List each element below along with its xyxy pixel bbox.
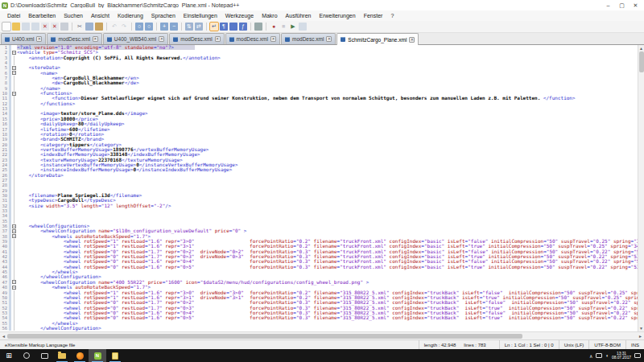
editor-area[interactable]: 1<?xml version="1.0" encoding="utf-8" st… — [0, 45, 644, 331]
close-button[interactable]: ✕ — [629, 1, 642, 10]
scroll-down-icon[interactable]: ▼ — [639, 325, 643, 331]
action-center-icon[interactable] — [634, 353, 641, 358]
menu-ansicht[interactable]: Ansicht — [87, 13, 114, 19]
document-map-icon[interactable] — [229, 23, 237, 31]
show-all-characters-icon[interactable]: ¶ — [220, 23, 228, 31]
code-text[interactable]: <wheel rotSpeed="0" restLoad="1.6" repr=… — [17, 315, 638, 320]
code-text[interactable]: <size width="3.5" length="12" lengthOffs… — [17, 204, 171, 208]
code-text[interactable]: <function>Dieser Sattelauflieger eignet … — [17, 96, 576, 101]
replace-icon[interactable]: ○ — [145, 23, 153, 31]
fold-collapse-icon[interactable]: − — [12, 229, 16, 233]
print-icon[interactable] — [60, 23, 68, 31]
tab-moddesc-xml[interactable]: modDesc.xml✕ — [281, 33, 336, 44]
code-text[interactable]: </functions> — [17, 101, 75, 106]
tab-close-icon[interactable]: ✕ — [215, 36, 221, 42]
find-icon[interactable]: ○ — [135, 23, 143, 31]
zoom-out-icon[interactable]: − — [170, 23, 178, 31]
vertical-scrollbar[interactable]: ▲ ▼ — [638, 45, 644, 331]
new-file-icon[interactable] — [2, 23, 10, 31]
menu-datei[interactable]: Datei — [3, 13, 24, 19]
tab-moddesc-xml[interactable]: modDesc.xml✕ — [47, 33, 101, 44]
fold-collapse-icon[interactable]: − — [12, 224, 16, 228]
tab-schmitzcargo-plane-xml[interactable]: SchmitzCargo_Plane.xml✕ — [336, 33, 419, 45]
menu-ausf-hren[interactable]: Ausführen — [282, 13, 316, 19]
tab-close-icon[interactable]: ✕ — [270, 36, 276, 42]
tab-moddesc-xml[interactable]: modDesc.xml✕ — [225, 33, 280, 44]
tab-moddesc-xml[interactable]: modDesc.xml✕ — [169, 33, 224, 44]
scroll-right-icon[interactable]: ► — [637, 334, 644, 339]
menu-erweiterungen[interactable]: Erweiterungen — [316, 13, 360, 19]
zoom-in-icon[interactable]: + — [160, 23, 168, 31]
status-encoding[interactable]: UTF-8-BOM — [588, 340, 625, 349]
document-app-button[interactable] — [106, 349, 124, 362]
display-tray-icon[interactable] — [596, 353, 602, 358]
editor-line[interactable]: 54 <wheel rotSpeed="0" restLoad="1.6" re… — [0, 315, 638, 320]
taskbar-clock[interactable]: 13:31 08.07.2017 — [612, 352, 631, 360]
tab-close-icon[interactable]: ✕ — [159, 36, 164, 42]
tab-close-icon[interactable]: ✕ — [36, 36, 42, 42]
vertical-scroll-thumb[interactable] — [639, 51, 644, 72]
open-file-icon[interactable] — [12, 23, 20, 31]
menu-suchen[interactable]: Suchen — [60, 13, 87, 19]
volume-icon[interactable]: ◖ — [605, 353, 609, 358]
fold-collapse-icon[interactable]: − — [12, 71, 16, 75]
macro-stop-icon[interactable]: ■ — [279, 23, 287, 31]
horizontal-scroll-thumb[interactable] — [7, 334, 522, 339]
file-explorer-button[interactable] — [53, 349, 71, 362]
editor-line[interactable]: 44 <wheel rotSpeed="0" restLoad="1.6" re… — [0, 265, 638, 269]
firefox-button[interactable] — [71, 349, 89, 362]
start-button[interactable]: ⊞ — [0, 349, 18, 362]
menu-einstellungen[interactable]: Einstellungen — [180, 13, 221, 19]
tab-u400-xml[interactable]: U400.xml✕ — [1, 33, 46, 44]
task-view-button[interactable] — [35, 349, 53, 362]
menu-fenster[interactable]: Fenster — [360, 13, 387, 19]
function-list-icon[interactable]: ƒ — [239, 23, 247, 31]
sync-horizontal-icon[interactable]: ⇄ — [195, 23, 203, 31]
redo-icon[interactable]: ↷ — [120, 23, 128, 31]
notepad-plus-plus-taskbar-button[interactable]: N — [89, 349, 106, 362]
fold-collapse-icon[interactable]: − — [12, 234, 16, 238]
menu-werkzeuge[interactable]: Werkzeuge — [221, 13, 258, 19]
code-text[interactable]: </storeData> — [17, 173, 64, 178]
horizontal-scrollbar[interactable]: ◄ ► — [0, 331, 644, 339]
save-file-icon[interactable] — [22, 23, 30, 31]
word-wrap-icon[interactable]: ↵ — [210, 23, 218, 31]
macro-save-icon[interactable] — [299, 23, 307, 31]
code-text[interactable]: </wheelConfiguration> — [17, 326, 101, 331]
menu-bearbeiten[interactable]: Bearbeiten — [24, 13, 60, 19]
fold-collapse-icon[interactable]: − — [12, 51, 16, 55]
save-all-icon[interactable] — [31, 23, 39, 31]
cortana-search-button[interactable] — [18, 349, 35, 362]
maximize-button[interactable]: ▢ — [615, 1, 629, 10]
monitoring-icon[interactable] — [254, 23, 262, 31]
tab-close-icon[interactable]: ✕ — [93, 36, 98, 42]
code-text[interactable]: <wheel rotSpeed="0" restLoad="1.6" repr=… — [17, 265, 638, 269]
scroll-up-icon[interactable]: ▲ — [639, 45, 643, 51]
copy-icon[interactable] — [85, 23, 93, 31]
fold-collapse-icon[interactable]: − — [12, 280, 16, 284]
close-file-icon[interactable]: ✕ — [41, 23, 49, 31]
tab-close-icon[interactable]: ✕ — [409, 37, 415, 43]
tray-expand-icon[interactable]: ∧ — [589, 353, 592, 359]
scroll-left-icon[interactable]: ◄ — [0, 334, 7, 339]
paste-icon[interactable] — [95, 23, 103, 31]
status-insert-mode[interactable]: INS — [625, 340, 644, 349]
minimize-button[interactable]: – — [601, 1, 615, 10]
sync-vertical-icon[interactable]: ⇅ — [185, 23, 193, 31]
undo-icon[interactable]: ↶ — [110, 23, 118, 31]
fold-collapse-icon[interactable]: − — [12, 66, 16, 70]
code-text[interactable]: <annotation>Copyright (C) SoFFi, All Rig… — [17, 56, 221, 60]
macro-record-icon[interactable]: ● — [270, 23, 278, 31]
menu-makro[interactable]: Makro — [258, 13, 281, 19]
menu-sprachen[interactable]: Sprachen — [147, 13, 180, 19]
fold-collapse-icon[interactable]: − — [12, 286, 16, 290]
close-all-icon[interactable]: ✕ — [51, 23, 59, 31]
macro-play-icon[interactable]: ▶ — [289, 23, 297, 31]
menu-kodierung[interactable]: Kodierung — [114, 13, 147, 19]
editor-line[interactable]: 56 </wheelConfiguration> — [0, 326, 638, 331]
tab-close-icon[interactable]: ✕ — [326, 36, 332, 42]
code-pane[interactable]: 1<?xml version="1.0" encoding="utf-8" st… — [0, 45, 638, 331]
editor-line[interactable]: 11 <function>Dieser Sattelauflieger eign… — [0, 96, 638, 101]
fold-collapse-icon[interactable]: − — [12, 92, 16, 96]
tab-u400-wb540-xml[interactable]: U400_WB540.xml✕ — [103, 33, 168, 44]
